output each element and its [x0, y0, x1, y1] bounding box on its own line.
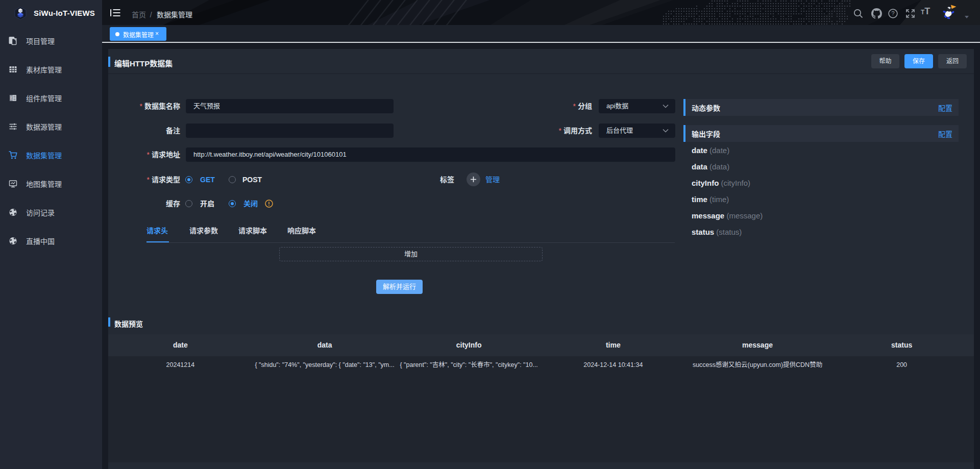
svg-text:?: ? — [891, 10, 894, 16]
svg-text:zip: zip — [10, 97, 12, 99]
